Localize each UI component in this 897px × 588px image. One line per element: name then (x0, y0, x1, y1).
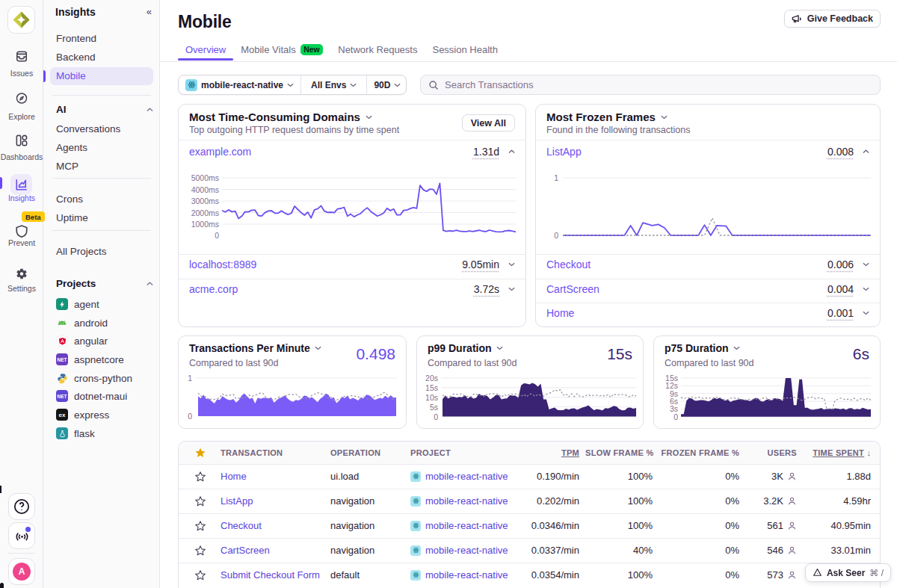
svg-text:0: 0 (434, 412, 438, 421)
svg-text:5000ms: 5000ms (191, 173, 219, 182)
svg-text:4000ms: 4000ms (191, 185, 219, 194)
svg-text:5s: 5s (430, 403, 438, 412)
svg-text:0: 0 (215, 231, 219, 240)
svg-text:10s: 10s (425, 393, 438, 402)
svg-text:0: 0 (188, 412, 192, 421)
svg-text:1: 1 (188, 374, 192, 383)
svg-text:0: 0 (554, 231, 558, 240)
svg-text:20s: 20s (425, 374, 438, 383)
svg-text:15s: 15s (425, 383, 438, 392)
svg-text:2000ms: 2000ms (191, 208, 219, 217)
svg-text:1: 1 (554, 173, 558, 182)
svg-text:0: 0 (673, 412, 678, 421)
svg-text:3000ms: 3000ms (191, 196, 219, 205)
svg-text:1000ms: 1000ms (191, 220, 219, 229)
